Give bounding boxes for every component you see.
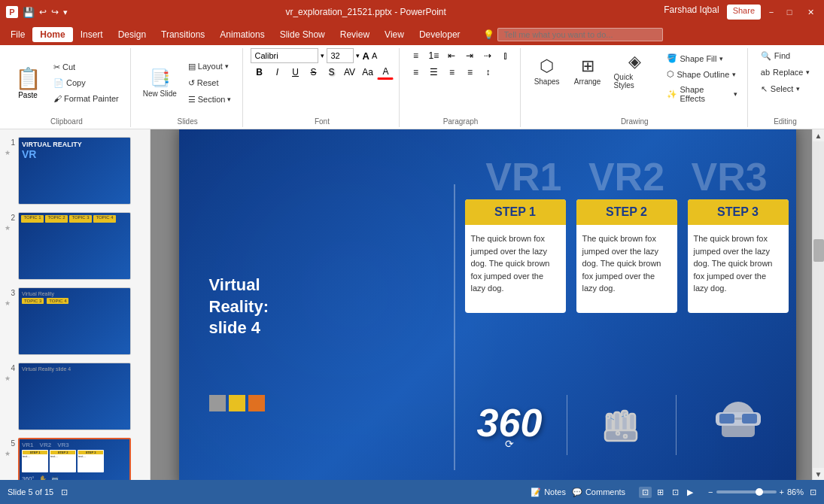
shapes-btn[interactable]: ⬡ Shapes	[528, 48, 566, 93]
format-painter-btn[interactable]: 🖌Format Painter	[48, 91, 124, 106]
undo-btn[interactable]: ↩	[39, 7, 47, 17]
slide-thumb-4[interactable]: 4 ★ Virtual Reality slide 4	[3, 361, 147, 432]
font-size-input[interactable]	[327, 48, 354, 63]
font-name-input[interactable]	[251, 48, 318, 63]
indent-more-btn[interactable]: ⇥	[461, 48, 478, 63]
slide-img-4: Virtual Reality slide 4	[18, 363, 131, 430]
font-color-btn[interactable]: A	[377, 65, 394, 80]
shape-effects-btn[interactable]: ✨Shape Effects▾	[663, 83, 741, 105]
svg-point-8	[625, 414, 628, 417]
slide-num-1: 1	[5, 137, 15, 147]
comments-btn[interactable]: 💬 Comments	[572, 487, 625, 497]
italic-btn[interactable]: I	[269, 65, 285, 80]
minimize-btn[interactable]: −	[764, 5, 779, 20]
redo-btn[interactable]: ↪	[51, 7, 59, 17]
align-right-btn[interactable]: ≡	[443, 65, 460, 80]
paste-btn[interactable]: 📋 Paste	[9, 62, 47, 104]
ribbon: 📋 Paste ✂Cut 📄Copy 🖌Format Painter Clipb…	[0, 45, 824, 129]
accessibility-icon[interactable]: ⊡	[61, 487, 68, 497]
star-2: ★	[5, 224, 15, 232]
maximize-btn[interactable]: □	[782, 5, 797, 20]
slide-thumb-3[interactable]: 3 ★ Virtual Reality TOPIC 3 TOPIC 4	[3, 286, 147, 357]
font-size-arrow[interactable]: ▾	[356, 52, 360, 59]
columns-btn[interactable]: ⫿	[497, 48, 514, 63]
tell-me-input[interactable]	[497, 28, 663, 41]
decrease-font-btn[interactable]: A	[372, 51, 377, 60]
replace-btn[interactable]: abReplace▾	[756, 65, 816, 80]
step-body-2: The quick brown fox jumped over the lazy…	[576, 225, 677, 302]
line-spacing-btn[interactable]: ↕	[479, 65, 496, 80]
scroll-down-btn[interactable]: ▼	[813, 468, 825, 480]
menu-review[interactable]: Review	[333, 27, 377, 42]
scroll-track-v[interactable]	[813, 141, 824, 468]
menu-home[interactable]: Home	[32, 27, 72, 42]
rtl-btn[interactable]: ⇢	[479, 48, 496, 63]
quick-styles-btn[interactable]: ◈ Quick Styles	[610, 48, 660, 93]
scroll-up-btn[interactable]: ▲	[813, 129, 825, 141]
indent-less-btn[interactable]: ⇤	[443, 48, 460, 63]
align-left-btn[interactable]: ≡	[407, 65, 424, 80]
drawing-label: Drawing	[528, 117, 741, 127]
vr-watermark: VR1 VR2 VR3	[473, 154, 781, 199]
step-card-3: STEP 3 The quick brown fox jumped over t…	[688, 199, 789, 313]
left-title: VirtualReality:slide 4	[209, 275, 269, 339]
view-reading-btn[interactable]: ⊡	[669, 487, 682, 498]
zoom-slider[interactable]	[716, 490, 777, 493]
cut-btn[interactable]: ✂Cut	[48, 59, 124, 74]
bullet-list-btn[interactable]: ≡	[407, 48, 424, 63]
close-btn[interactable]: ✕	[803, 5, 818, 20]
scroll-thumb-v[interactable]	[813, 239, 824, 262]
icon-divider-2	[676, 395, 677, 455]
menu-transitions[interactable]: Transitions	[154, 27, 212, 42]
shape-outline-btn[interactable]: ⬡Shape Outline▾	[663, 67, 741, 81]
slide-thumb-5[interactable]: 5 ★ VR1VR2VR3 STEP 1 text... STEP 2	[3, 436, 147, 480]
view-slide-sorter-btn[interactable]: ⊞	[654, 487, 667, 498]
dot-orange	[248, 395, 265, 411]
menu-file[interactable]: File	[3, 27, 32, 42]
menu-design[interactable]: Design	[111, 27, 154, 42]
bold-btn[interactable]: B	[251, 65, 267, 80]
icon-divider-1	[567, 395, 567, 455]
menu-insert[interactable]: Insert	[73, 27, 111, 42]
select-btn[interactable]: ↖Select▾	[756, 81, 816, 96]
underline-btn[interactable]: U	[287, 65, 303, 80]
arrange-btn[interactable]: ⊞ Arrange	[569, 48, 607, 93]
slide-img-3: Virtual Reality TOPIC 3 TOPIC 4	[18, 287, 131, 355]
new-slide-btn[interactable]: 📑 New Slide	[138, 60, 181, 105]
font-name-arrow[interactable]: ▾	[321, 52, 324, 59]
layout-btn[interactable]: ▤Layout▾	[183, 59, 237, 74]
reset-btn[interactable]: ↺Reset	[183, 75, 237, 90]
quick-save-btn[interactable]: 💾	[23, 7, 35, 18]
strikethrough-btn[interactable]: S	[305, 65, 321, 80]
justify-btn[interactable]: ≡	[461, 65, 478, 80]
find-btn[interactable]: 🔍Find	[756, 48, 816, 63]
fit-page-btn[interactable]: ⊡	[810, 487, 816, 497]
charspace-btn[interactable]: AV	[341, 65, 357, 80]
menu-animations[interactable]: Animations	[212, 27, 272, 42]
notes-btn[interactable]: 📝 Notes	[531, 487, 566, 497]
share-btn[interactable]: Share	[727, 5, 761, 20]
view-presentation-btn[interactable]: ▶	[684, 487, 696, 498]
canvas-area: ▲ ▼ VR1 VR2 VR3 VirtualReality:slide 4	[151, 129, 824, 480]
menu-slideshow[interactable]: Slide Show	[272, 27, 333, 42]
slide-thumb-2[interactable]: 2 ★ TOPIC 1 TOPIC 2 TOPIC 3 TOPIC 4	[3, 211, 147, 281]
window-controls[interactable]: Farshad Iqbal Share − □ ✕	[664, 5, 818, 20]
zoom-out-btn[interactable]: −	[708, 487, 713, 496]
zoom-in-btn[interactable]: +	[780, 487, 784, 496]
increase-font-btn[interactable]: A	[362, 50, 369, 62]
shadow-btn[interactable]: S	[323, 65, 339, 80]
section-btn[interactable]: ☰Section▾	[183, 92, 237, 107]
align-center-btn[interactable]: ☰	[425, 65, 442, 80]
shape-fill-btn[interactable]: 🪣Shape Fill▾	[663, 51, 741, 65]
step-header-2: STEP 2	[576, 199, 677, 225]
right-scrollbar[interactable]: ▲ ▼	[812, 129, 824, 480]
menu-view[interactable]: View	[377, 27, 412, 42]
number-list-btn[interactable]: 1≡	[425, 48, 442, 63]
paragraph-label: Paragraph	[407, 117, 513, 127]
menu-developer[interactable]: Developer	[412, 27, 468, 42]
textcase-btn[interactable]: Aa	[359, 65, 376, 80]
copy-btn[interactable]: 📄Copy	[48, 75, 124, 90]
slide-thumb-1[interactable]: 1 ★ VIRTUAL REALITY VR	[3, 135, 147, 206]
zoom-thumb[interactable]	[756, 488, 763, 496]
view-normal-btn[interactable]: ⊡	[639, 487, 652, 498]
